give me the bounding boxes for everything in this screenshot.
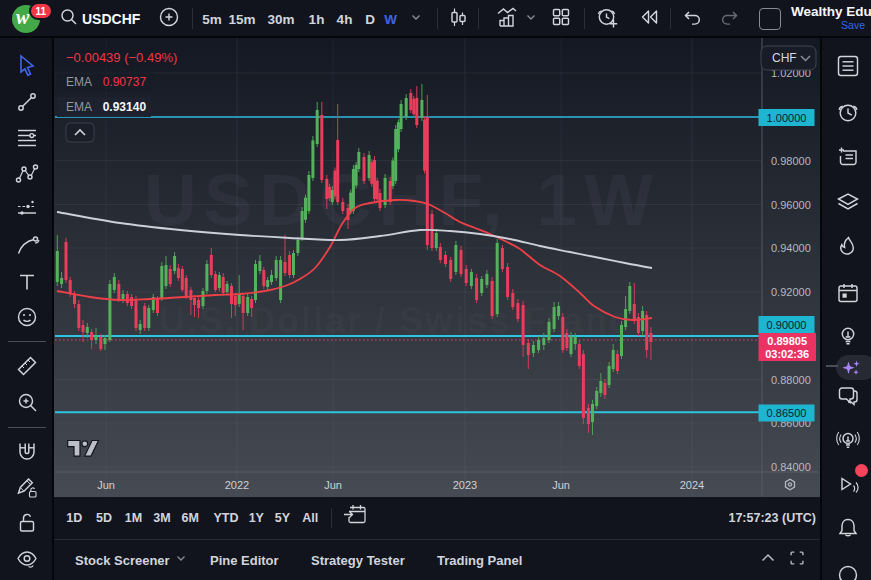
svg-text:−0.00439 (−0.49%): −0.00439 (−0.49%) — [66, 50, 177, 65]
svg-text:1.00000: 1.00000 — [767, 112, 807, 124]
svg-text:EMA 0.90737: EMA 0.90737 — [66, 75, 146, 89]
svg-text:2022: 2022 — [225, 479, 249, 491]
svg-text:0.92000: 0.92000 — [771, 286, 811, 298]
svg-text:0.84000: 0.84000 — [771, 461, 811, 473]
svg-text:2023: 2023 — [453, 479, 477, 491]
svg-text:0.98000: 0.98000 — [771, 155, 811, 167]
svg-text:Jun: Jun — [552, 479, 570, 491]
svg-text:2024: 2024 — [680, 479, 704, 491]
svg-text:U.S. Dollar / Swiss Franc: U.S. Dollar / Swiss Franc — [159, 300, 631, 341]
svg-text:CHF: CHF — [772, 51, 797, 65]
svg-text:Jun: Jun — [97, 479, 115, 491]
svg-text:EMA 0.93140: EMA 0.93140 — [66, 100, 146, 114]
svg-text:Jun: Jun — [324, 479, 342, 491]
svg-text:0.88000: 0.88000 — [771, 374, 811, 386]
svg-text:0.90000: 0.90000 — [767, 319, 807, 331]
svg-text:0.94000: 0.94000 — [771, 242, 811, 254]
svg-text:0.89805: 0.89805 — [767, 335, 807, 347]
svg-text:0.86500: 0.86500 — [767, 407, 807, 419]
svg-text:03:02:36: 03:02:36 — [765, 348, 809, 360]
svg-text:0.96000: 0.96000 — [771, 199, 811, 211]
